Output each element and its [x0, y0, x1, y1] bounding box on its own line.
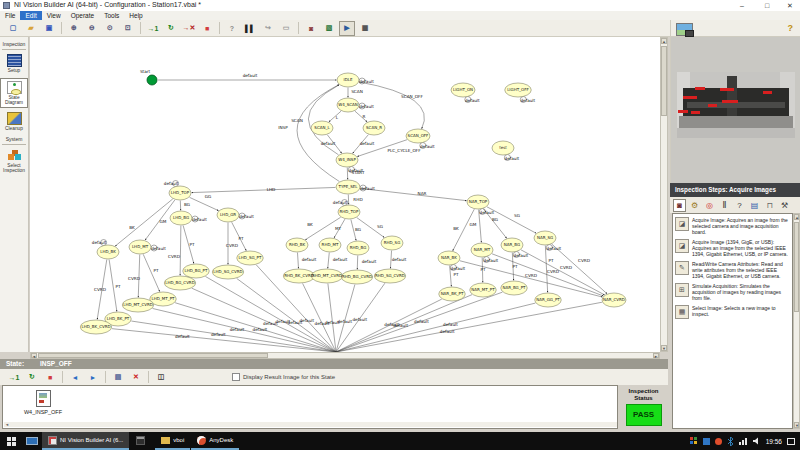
display-result-image-checkbox[interactable] — [232, 373, 240, 381]
help-icon[interactable]: ? — [788, 23, 794, 33]
zoom-out-icon[interactable]: ⊖ — [84, 21, 100, 36]
menu-edit[interactable]: Edit — [20, 11, 41, 20]
delete-step-icon[interactable]: ✕ — [128, 370, 144, 385]
svg-text:default: default — [360, 186, 375, 191]
scroll-up-icon[interactable]: ▲ — [794, 214, 799, 220]
pause-icon[interactable]: ▌▌ — [242, 21, 258, 36]
breakpoint-icon[interactable]: ? — [224, 21, 240, 36]
next-state-icon[interactable]: ► — [85, 370, 101, 385]
save-icon[interactable]: ▣ — [41, 21, 57, 36]
run-until-failure-icon[interactable]: →✕ — [181, 21, 197, 36]
canvas-horizontal-scrollbar[interactable]: ◄ ► — [30, 352, 660, 359]
svg-text:default: default — [520, 98, 535, 103]
menu-tools[interactable]: Tools — [99, 11, 124, 20]
steps-list-scrollbar[interactable]: ▲ ▼ — [793, 213, 800, 429]
comment-icon[interactable]: ▭ — [278, 21, 294, 36]
bluetooth-icon[interactable] — [727, 437, 734, 446]
step-item-read-write-camera-attributes[interactable]: ✎Read/Write Camera Attributes: Read and … — [675, 261, 790, 279]
state-diagram-canvas[interactable]: defaultSCANLRdefaultdefaultSCAN_OFFPLC_C… — [30, 37, 660, 352]
step-item-select-image[interactable]: ▦Select Image: Selects a new image to in… — [675, 305, 790, 319]
tab-enhance-images[interactable]: ⚙ — [688, 199, 701, 212]
step-item-acquire-image[interactable]: ◪Acquire Image: Acquires an image from t… — [675, 217, 790, 235]
state-step-item[interactable]: W4_INSP_OFF — [21, 390, 65, 415]
windows-logo-icon — [7, 437, 16, 446]
results-scrollbar[interactable]: ◄ — [4, 422, 617, 427]
image-play-icon[interactable]: ▶ — [339, 21, 355, 36]
step-state-icon[interactable]: ↪ — [260, 21, 276, 36]
minimize-button[interactable]: – — [733, 0, 751, 11]
zoom-1-1-icon[interactable]: ⊙ — [102, 21, 118, 36]
svg-text:NAR_BK: NAR_BK — [441, 255, 457, 260]
state-diagram[interactable]: defaultSCANLRdefaultdefaultSCAN_OFFPLC_C… — [30, 37, 660, 352]
sidebar-section-inspection: Inspection — [2, 41, 26, 50]
tab-measure-features[interactable]: Ⅱ — [718, 199, 731, 212]
scroll-down-icon[interactable]: ▼ — [794, 422, 799, 428]
tray-anydesk-icon[interactable] — [715, 438, 722, 445]
tab-check-presence[interactable]: ? — [733, 199, 746, 212]
taskbar-app-ni-vision-builder[interactable]: NI Vision Builder AI (6... — [42, 432, 129, 450]
svg-text:BG: BG — [355, 227, 361, 232]
ni-vision-builder-icon — [48, 436, 57, 445]
tab-locate-features[interactable]: ◎ — [703, 199, 716, 212]
tray-ni-icon[interactable] — [690, 437, 698, 445]
annotation-mark — [678, 110, 688, 113]
menu-file[interactable]: File — [0, 11, 20, 20]
svg-text:LHD_BK: LHD_BK — [100, 249, 116, 254]
camera-view-icon[interactable]: ◙ — [303, 21, 319, 36]
sidebar-item-setup[interactable]: Setup — [1, 54, 27, 74]
scroll-right-icon[interactable]: ► — [653, 353, 659, 358]
svg-text:LHD: LHD — [267, 187, 276, 192]
scroll-up-icon[interactable]: ▲ — [661, 38, 667, 44]
action-center-icon[interactable] — [787, 438, 795, 445]
run-state-loop-icon[interactable]: ↻ — [24, 370, 40, 385]
menu-help[interactable]: Help — [124, 11, 147, 20]
start-button[interactable] — [0, 432, 22, 450]
view-report-icon[interactable]: ▤ — [110, 370, 126, 385]
open-file-icon[interactable]: ▰ — [23, 21, 39, 36]
scroll-left-icon[interactable]: ◄ — [31, 353, 37, 358]
sidebar-item-state-diagram[interactable]: State Diagram — [0, 78, 28, 107]
volume-icon[interactable] — [753, 437, 761, 445]
zoom-fit-icon[interactable]: ⊡ — [120, 21, 136, 36]
sidebar-item-select-inspection[interactable]: Select Inspection — [1, 149, 27, 174]
step-item-acquire-image-1394[interactable]: ◪Acquire Image (1394, GigE, or USB): Acq… — [675, 239, 790, 257]
chart-view-icon[interactable]: ▦ — [357, 21, 373, 36]
acquire-image-mode-icon[interactable] — [676, 23, 693, 36]
run-state-once-icon[interactable]: →1 — [6, 370, 22, 385]
zoom-in-icon[interactable]: ⊕ — [66, 21, 82, 36]
taskbar-app-anydesk[interactable]: AnyDesk — [191, 432, 239, 450]
tray-blue-app-icon[interactable] — [703, 438, 710, 445]
state-diagram-view-icon[interactable]: ◫ — [153, 370, 169, 385]
close-button[interactable]: ✕ — [781, 0, 799, 11]
start-node[interactable] — [147, 75, 157, 85]
svg-text:default: default — [175, 334, 190, 339]
steps-scroll-thumb[interactable] — [794, 222, 799, 312]
step-item-simulate-acquisition[interactable]: ⊞Simulate Acquisition: Simulates the acq… — [675, 283, 790, 301]
sidebar-item-cleanup[interactable]: Cleanup — [1, 112, 27, 132]
scroll-down-icon[interactable]: ▼ — [661, 345, 667, 351]
taskbar-app-vboi[interactable]: vboi — [155, 432, 190, 450]
stop-state-icon[interactable]: ■ — [42, 370, 58, 385]
tab-additional-tools[interactable]: ⚒ — [778, 199, 791, 212]
run-inspection-once-icon[interactable]: →1 — [145, 21, 161, 36]
menu-operate[interactable]: Operate — [66, 11, 100, 20]
new-file-icon[interactable]: ▢ — [5, 21, 21, 36]
tab-communicate[interactable]: ⊓ — [763, 199, 776, 212]
maximize-button[interactable]: □ — [758, 0, 776, 11]
vertical-scroll-thumb[interactable] — [661, 46, 667, 116]
taskbar-app-pinned-app[interactable] — [130, 432, 154, 450]
clock[interactable]: 19:56 — [766, 438, 782, 445]
horizontal-scroll-thumb[interactable] — [38, 353, 268, 358]
stop-inspection-icon[interactable]: ■ — [199, 21, 215, 36]
prev-state-icon[interactable]: ◄ — [67, 370, 83, 385]
task-view-icon[interactable] — [22, 432, 42, 450]
svg-text:NAR_MT_PT: NAR_MT_PT — [471, 287, 495, 292]
run-inspection-loop-icon[interactable]: ↻ — [163, 21, 179, 36]
menu-view[interactable]: View — [42, 11, 66, 20]
image-view-icon[interactable]: ▧ — [321, 21, 337, 36]
canvas-vertical-scrollbar[interactable]: ▲ ▼ — [660, 37, 668, 352]
network-icon[interactable] — [739, 438, 748, 445]
tab-acquire-images[interactable]: ◙ — [673, 199, 686, 212]
tab-identify-parts[interactable]: ▤ — [748, 199, 761, 212]
state-steps-list[interactable]: W4_INSP_OFF ◄ — [2, 385, 618, 429]
